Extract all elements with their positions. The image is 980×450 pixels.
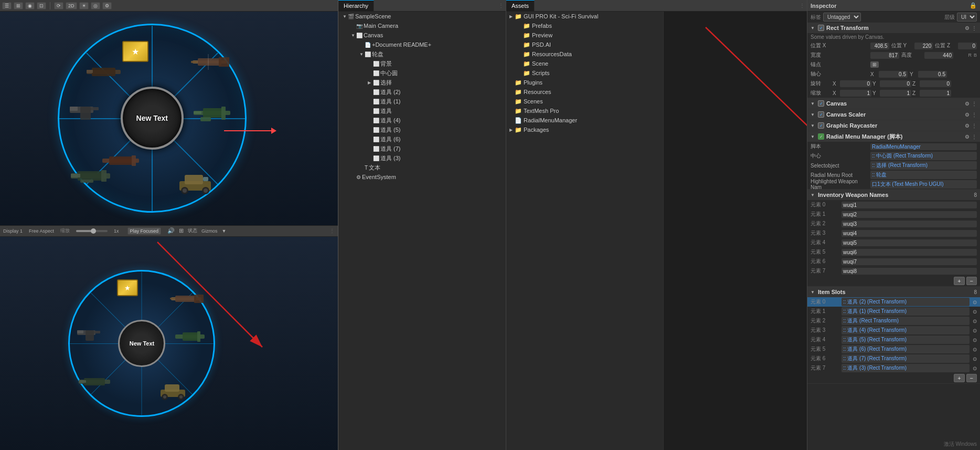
is-val6[interactable]: :: 道具 (7) (Rect Transform) [841,354,970,363]
hierarchy-item2[interactable]: ⬜ 道具 (2) [338,87,506,97]
hierarchy-center-circle[interactable]: ⬜ 中心圆 [338,68,506,78]
hierarchy-item3[interactable]: ⬜ 道具 (3) [338,153,506,163]
toolbar-btn-1[interactable]: ☰ [2,2,12,9]
toolbar-fx[interactable]: ⚙ [102,2,112,9]
is-val7[interactable]: :: 道具 (3) (Rect Transform) [841,364,970,372]
toolbar-btn-4[interactable]: ⊡ [37,2,46,9]
hierarchy-scene-root[interactable]: ▼ 🎬 SampleScene [338,12,506,21]
iwn-val7[interactable]: wuqi8 [841,268,977,275]
assets-prefabs[interactable]: 📁 Prefabs [506,21,663,30]
rt-toggle[interactable]: ✓ [818,25,824,31]
rmm-wn-value[interactable]: 口1文本 (Text Mesh Pro UGUI) [870,180,977,189]
tag-dropdown[interactable]: Untagged [823,13,861,22]
rot-z-value[interactable]: 0 [920,80,951,87]
assets-packages[interactable]: ▶ 📁 Packages [506,125,663,134]
hierarchy-item5[interactable]: ⬜ 道具 (5) [338,125,506,134]
aspect-dropdown[interactable]: Free Aspect [29,228,54,234]
play-focused-btn[interactable]: Play Focused [127,227,162,235]
anchor-preset[interactable]: ⊞ [870,61,879,68]
hierarchy-item4[interactable]: ⬜ 道具 (4) [338,116,506,125]
hierarchy-canvas[interactable]: ▼ ⬜ Canvas [338,30,506,40]
assets-guipro[interactable]: ▶ 📁 GUI PRO Kit - Sci-Fi Survival [506,12,663,21]
canvas-scaler-header[interactable]: ▼ ✓ Canvas Scaler ⚙ ⋮ [807,109,980,120]
scale-x-value[interactable]: 1 [840,90,871,97]
gr-header[interactable]: ▼ ✓ Graphic Raycaster ⚙ ⋮ [807,120,980,131]
item-slots-header[interactable]: ▼ Item Slots 8 [807,287,980,297]
is-add-btn[interactable]: + [954,374,964,382]
iwn-val5[interactable]: wuqi6 [841,249,977,256]
rmm-select-value[interactable]: :: 选择 (Rect Transform) [870,161,977,170]
constraint-btn[interactable]: R [968,53,972,58]
hierarchy-eventsystem[interactable]: ⚙ EventSystem [338,172,506,182]
toolbar-move[interactable]: ⟳ [54,2,63,9]
iwn-val2[interactable]: wuqi3 [841,221,977,227]
lock-icon[interactable]: 🔒 [970,2,977,9]
is-val1[interactable]: :: 道具 (1) (Rect Transform) [841,307,970,316]
rmm-gear[interactable]: ⚙ [965,134,970,140]
rmm-toggle[interactable]: ✓ [818,133,824,140]
audio-icon[interactable]: 🔊 [167,227,175,234]
hierarchy-menu[interactable]: ⋮ [498,3,506,8]
is-target-0[interactable]: ⊙ [973,299,977,305]
toolbar-2d[interactable]: 2D [66,2,77,9]
is-target-1[interactable]: ⊙ [973,309,977,315]
assets-tab[interactable]: Assets [506,0,535,11]
gr-menu[interactable]: ⋮ [972,123,977,129]
is-target-6[interactable]: ⊙ [973,356,977,362]
gr-toggle[interactable]: ✓ [818,122,824,129]
constraint-btn2[interactable]: B [974,53,977,58]
rmm-center-value[interactable]: :: 中心圆 (Rect Transform) [870,152,977,160]
hierarchy-text[interactable]: T 文本 [338,163,506,172]
hierarchy-tab[interactable]: Hierarchy [338,0,374,11]
is-val2[interactable]: :: 道具 (Rect Transform) [841,317,970,325]
is-val5[interactable]: :: 道具 (6) (Rect Transform) [841,345,970,353]
pivot-y-value[interactable]: 0.5 [918,71,947,78]
is-target-4[interactable]: ⊙ [973,337,977,343]
assets-plugins[interactable]: 📁 Plugins [506,78,663,87]
assets-scenes[interactable]: 📁 Scenes [506,97,663,106]
is-val0[interactable]: :: 道具 (2) (Rect Transform) [841,298,970,306]
rmm-script-value[interactable]: RadialMenuManager [870,143,977,150]
rect-transform-header[interactable]: ▼ ✓ Rect Transform ⚙ ⋮ [807,23,980,33]
status-label[interactable]: 状态 [188,227,197,234]
rmm-root-value[interactable]: :: 轮盘 [870,171,977,179]
hierarchy-item1[interactable]: ⬜ 道具 (1) [338,97,506,106]
is-val4[interactable]: :: 道具 (5) (Rect Transform) [841,336,970,344]
assets-psdai[interactable]: 📁 PSD.AI [506,40,663,49]
scale-slider[interactable] [76,230,108,232]
hierarchy-wheel[interactable]: ▼ ⬜ 轮盘 [338,49,506,59]
pos-z-value[interactable]: 0 [958,43,977,49]
assets-resources[interactable]: 📁 Resources [506,87,663,97]
is-target-3[interactable]: ⊙ [973,328,977,333]
is-minus-btn[interactable]: − [966,374,977,382]
iwn-val4[interactable]: wuqi5 [841,239,977,246]
display-dropdown[interactable]: Display 1 [3,228,23,234]
is-target-5[interactable]: ⊙ [973,347,977,352]
iwn-val1[interactable]: wuqi2 [841,211,977,218]
hierarchy-item0[interactable]: ⬜ 道具 [338,106,506,116]
scale-y-value[interactable]: 1 [880,90,911,97]
canvas-menu[interactable]: ⋮ [972,101,977,107]
iwn-add-btn[interactable]: + [954,277,964,285]
hierarchy-readme[interactable]: 📄 +Document README+ [338,40,506,49]
rot-y-value[interactable]: 0 [880,80,911,87]
assets-scene[interactable]: 📁 Scene [506,59,663,68]
iwn-minus-btn[interactable]: − [966,277,977,285]
iwn-val0[interactable]: wuqi1 [841,202,977,208]
assets-textmesh[interactable]: 📁 TextMesh Pro [506,106,663,116]
height-value[interactable]: 440 [924,52,953,59]
assets-menu[interactable]: ⋮ [800,3,807,8]
toolbar-audio[interactable]: ◎ [91,2,100,9]
rt-menu-icon[interactable]: ⋮ [972,25,977,31]
assets-scripts[interactable]: 📁 Scripts [506,68,663,78]
hierarchy-main-camera[interactable]: 📷 Main Camera [338,21,506,30]
rt-gear-icon[interactable]: ⚙ [965,25,970,31]
toolbar-btn-3[interactable]: ◉ [25,2,35,9]
assets-resourcesdata[interactable]: 📁 ResourcesData [506,49,663,59]
gizmos-label[interactable]: Gizmos [201,228,218,234]
pos-y-value[interactable]: 220 [914,43,933,49]
assets-radial-manager[interactable]: 📄 RadialMenuManager [506,116,663,125]
pivot-x-value[interactable]: 0.5 [879,71,908,78]
iwn-val3[interactable]: wuqi4 [841,230,977,237]
width-value[interactable]: 817 [870,52,899,59]
